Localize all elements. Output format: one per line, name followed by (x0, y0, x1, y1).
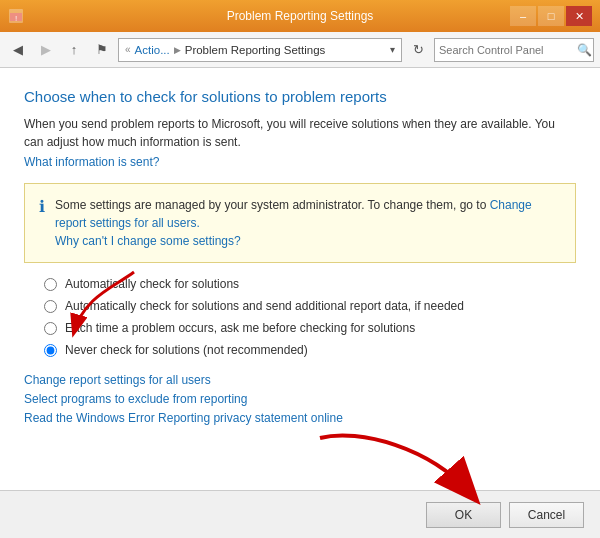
svg-text:!: ! (15, 14, 17, 23)
radio-group: Automatically check for solutions Automa… (44, 277, 576, 357)
radio-option-2[interactable]: Automatically check for solutions and se… (44, 299, 576, 313)
cancel-button[interactable]: Cancel (509, 502, 584, 528)
up-icon: ↑ (71, 42, 78, 57)
flag-button[interactable]: ⚑ (90, 38, 114, 62)
content-area: Choose when to check for solutions to pr… (0, 68, 600, 490)
warning-text: Some settings are managed by your system… (55, 196, 561, 250)
radio-auto-check-send-label: Automatically check for solutions and se… (65, 299, 464, 313)
radio-never-check-label: Never check for solutions (not recommend… (65, 343, 308, 357)
radio-option-1[interactable]: Automatically check for solutions (44, 277, 576, 291)
change-settings-link[interactable]: Change report settings for all users. (55, 198, 532, 230)
breadcrumb-bar: « Actio... ▶ Problem Reporting Settings … (118, 38, 402, 62)
bottom-links: Change report settings for all users Sel… (24, 373, 576, 425)
up-button[interactable]: ↑ (62, 38, 86, 62)
flag-icon: ⚑ (96, 42, 108, 57)
privacy-link[interactable]: Read the Windows Error Reporting privacy… (24, 411, 576, 425)
title-bar-controls: – □ ✕ (510, 6, 592, 26)
breadcrumb-link[interactable]: Actio... (135, 44, 170, 56)
refresh-button[interactable]: ↻ (406, 38, 430, 62)
description-text: When you send problem reports to Microso… (24, 115, 576, 151)
info-link[interactable]: What information is sent? (24, 155, 159, 169)
title-bar: ! Problem Reporting Settings – □ ✕ (0, 0, 600, 32)
title-bar-left: ! (8, 8, 24, 24)
radio-option-3[interactable]: Each time a problem occurs, ask me befor… (44, 321, 576, 335)
radio-ask-before[interactable] (44, 322, 57, 335)
breadcrumb-separator: ▶ (174, 45, 181, 55)
search-box: 🔍 (434, 38, 594, 62)
footer: OK Cancel (0, 490, 600, 538)
maximize-button[interactable]: □ (538, 6, 564, 26)
back-button[interactable]: ◀ (6, 38, 30, 62)
close-button[interactable]: ✕ (566, 6, 592, 26)
forward-button[interactable]: ▶ (34, 38, 58, 62)
search-icon[interactable]: 🔍 (577, 43, 592, 57)
nav-bar: ◀ ▶ ↑ ⚑ « Actio... ▶ Problem Reporting S… (0, 32, 600, 68)
search-input[interactable] (439, 44, 577, 56)
radio-auto-check[interactable] (44, 278, 57, 291)
change-all-users-link[interactable]: Change report settings for all users (24, 373, 576, 387)
radio-never-check[interactable] (44, 344, 57, 357)
radio-option-4[interactable]: Never check for solutions (not recommend… (44, 343, 576, 357)
breadcrumb-current: Problem Reporting Settings (185, 44, 326, 56)
radio-auto-check-label: Automatically check for solutions (65, 277, 239, 291)
warning-box: ℹ Some settings are managed by your syst… (24, 183, 576, 263)
radio-options-container: Automatically check for solutions Automa… (24, 277, 576, 357)
why-cant-change-link[interactable]: Why can't I change some settings? (55, 234, 241, 248)
radio-ask-before-label: Each time a problem occurs, ask me befor… (65, 321, 415, 335)
info-icon: ℹ (39, 197, 45, 216)
ok-button[interactable]: OK (426, 502, 501, 528)
breadcrumb-dropdown-icon[interactable]: ▾ (390, 44, 395, 55)
exclude-programs-link[interactable]: Select programs to exclude from reportin… (24, 392, 576, 406)
window-title: Problem Reporting Settings (227, 9, 374, 23)
minimize-button[interactable]: – (510, 6, 536, 26)
page-title: Choose when to check for solutions to pr… (24, 88, 576, 105)
radio-auto-check-send[interactable] (44, 300, 57, 313)
window-icon: ! (8, 8, 24, 24)
breadcrumb-prefix: « (125, 44, 131, 55)
